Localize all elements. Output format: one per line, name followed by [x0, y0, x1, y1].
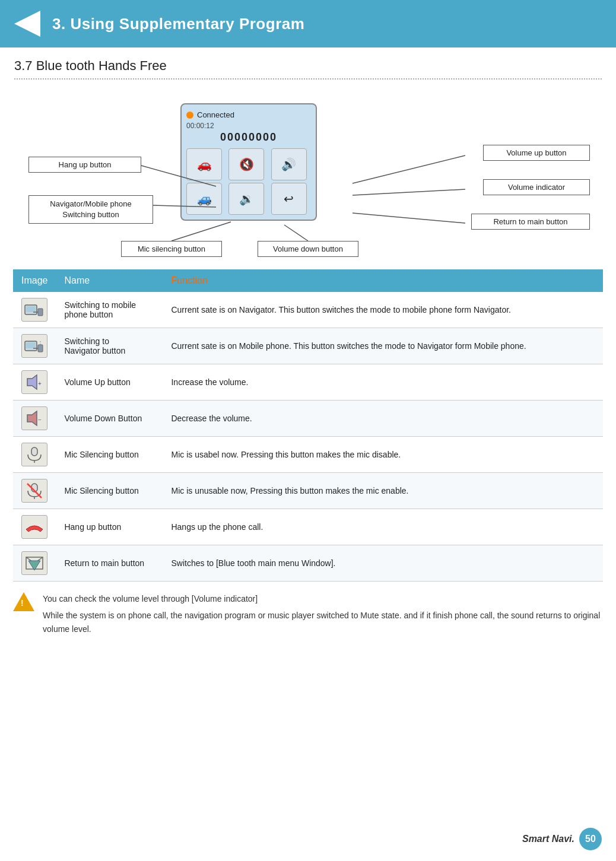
svg-line-3: [353, 155, 465, 183]
callout-volume-up: Volume up button: [483, 145, 590, 161]
page-footer: Smart Navi. 50: [522, 828, 602, 850]
phone-ui-mockup: Connected 00:00:12 00000000 🚗 🔇 🔊 🚙 🔉 ↩: [180, 103, 317, 221]
svg-line-5: [353, 213, 465, 223]
icon-mic-off: [21, 479, 47, 503]
page-header: 3. Using Supplementary Program: [0, 0, 616, 47]
svg-rect-14: [38, 345, 43, 352]
warning-icon: [13, 592, 34, 611]
table-row: Mic Silencing button Mic is usabel now. …: [13, 437, 603, 473]
func-cell-1: Current sate is on Navigator. This butto…: [163, 292, 603, 328]
name-cell-5: Mic Silencing button: [56, 437, 163, 473]
name-cell-1: Switching to mobilephone button: [56, 292, 163, 328]
table-row: + Volume Up button Increase the volume.: [13, 364, 603, 401]
func-cell-2: Current sate is on Mobile phone. This bu…: [163, 328, 603, 364]
icon-cell-3: +: [13, 364, 56, 401]
func-cell-3: Increase the volume.: [163, 364, 603, 401]
icon-cell-2: [13, 328, 56, 364]
svg-rect-10: [38, 309, 43, 316]
phone-btn-nav[interactable]: 🚗: [186, 148, 222, 180]
phone-buttons: 🚗 🔇 🔊 🚙 🔉 ↩: [186, 148, 311, 215]
icon-volume-down: −: [21, 406, 47, 430]
func-cell-6: Mic is unusable now, Pressing this butto…: [163, 473, 603, 509]
button-reference-table: Image Name Function: [13, 269, 603, 582]
name-cell-7: Hang up button: [56, 509, 163, 545]
icon-cell-7: [13, 509, 56, 545]
table-row: Switching to mobilephone button Current …: [13, 292, 603, 328]
name-cell-3: Volume Up button: [56, 364, 163, 401]
callout-volume-indicator: Volume indicator: [483, 179, 590, 195]
diagram-area: Connected 00:00:12 00000000 🚗 🔇 🔊 🚙 🔉 ↩ …: [20, 91, 596, 263]
svg-line-6: [172, 222, 231, 241]
func-cell-7: Hangs up the phone call.: [163, 509, 603, 545]
func-cell-5: Mic is usabel now. Pressing this button …: [163, 437, 603, 473]
icon-cell-4: −: [13, 401, 56, 437]
svg-line-7: [284, 225, 308, 241]
note-line2: While the system is on phone call, the n…: [43, 609, 603, 636]
phone-number: 00000000: [186, 131, 311, 144]
table-header-row: Image Name Function: [13, 269, 603, 292]
col-name: Name: [56, 269, 163, 292]
section-title-area: 3.7 Blue tooth Hands Free: [0, 47, 616, 91]
callout-return-main: Return to main button: [471, 214, 590, 230]
svg-text:−: −: [38, 417, 42, 423]
table-body: Switching to mobilephone button Current …: [13, 292, 603, 582]
phone-status: Connected: [186, 110, 311, 119]
name-cell-2: Switching toNavigator button: [56, 328, 163, 364]
callout-mic-silencing: Mic silencing button: [121, 241, 222, 257]
note-area: You can check the volume level through […: [13, 592, 603, 639]
header-icon: [12, 8, 43, 39]
icon-cell-8: [13, 545, 56, 582]
name-cell-4: Volume Down Button: [56, 401, 163, 437]
icon-cell-1: [13, 292, 56, 328]
icon-switch-mobile: [21, 298, 47, 322]
icon-volume-up: +: [21, 370, 47, 394]
main-table-wrapper: Image Name Function: [13, 269, 603, 582]
icon-mic-on: [21, 443, 47, 466]
col-function: Function: [163, 269, 603, 292]
svg-marker-17: [27, 375, 37, 389]
page-number: 50: [579, 828, 602, 850]
svg-rect-9: [26, 306, 36, 312]
table-row: − Volume Down Button Decrease the volume…: [13, 401, 603, 437]
name-cell-8: Return to main button: [56, 545, 163, 582]
phone-btn-vol-up[interactable]: 🔊: [271, 148, 307, 180]
connected-label: Connected: [197, 110, 234, 119]
func-cell-4: Decrease the volume.: [163, 401, 603, 437]
icon-switch-navigator: [21, 334, 47, 358]
table-row: Return to main button Switches to [Blue …: [13, 545, 603, 582]
brand-name: Smart Navi.: [522, 834, 574, 844]
table-row: Switching toNavigator button Current sat…: [13, 328, 603, 364]
phone-btn-vol-down[interactable]: 🔉: [228, 183, 264, 215]
note-line1: You can check the volume level through […: [43, 592, 603, 605]
svg-marker-19: [27, 411, 37, 425]
phone-timer: 00:00:12: [186, 122, 311, 130]
table-header: Image Name Function: [13, 269, 603, 292]
status-dot: [186, 112, 193, 119]
phone-btn-return[interactable]: ↩: [271, 183, 307, 215]
callout-volume-down: Volume down button: [258, 241, 358, 257]
name-cell-6: Mic Silencing button: [56, 473, 163, 509]
phone-btn-mic-off[interactable]: 🔇: [228, 148, 264, 180]
phone-btn-nav2[interactable]: 🚙: [186, 183, 222, 215]
note-text: You can check the volume level through […: [43, 592, 603, 639]
svg-text:+: +: [38, 380, 42, 387]
section-divider: [14, 78, 602, 80]
svg-rect-13: [26, 342, 36, 348]
icon-cell-5: [13, 437, 56, 473]
col-image: Image: [13, 269, 56, 292]
header-title: 3. Using Supplementary Program: [52, 15, 304, 33]
icon-return-main: [21, 551, 47, 575]
svg-line-4: [353, 189, 465, 195]
icon-cell-6: [13, 473, 56, 509]
table-row: Hang up button Hangs up the phone call.: [13, 509, 603, 545]
svg-marker-0: [14, 11, 40, 37]
table-row: Mic Silencing button Mic is unusable now…: [13, 473, 603, 509]
section-title: 3.7 Blue tooth Hands Free: [14, 58, 602, 74]
svg-rect-21: [31, 447, 37, 456]
func-cell-8: Switches to [Blue tooth main menu Window…: [163, 545, 603, 582]
callout-hang-up: Hang up button: [28, 157, 141, 173]
callout-nav-mobile: Navigator/Mobile phoneSwitching button: [28, 195, 153, 224]
icon-hang-up: [21, 515, 47, 539]
